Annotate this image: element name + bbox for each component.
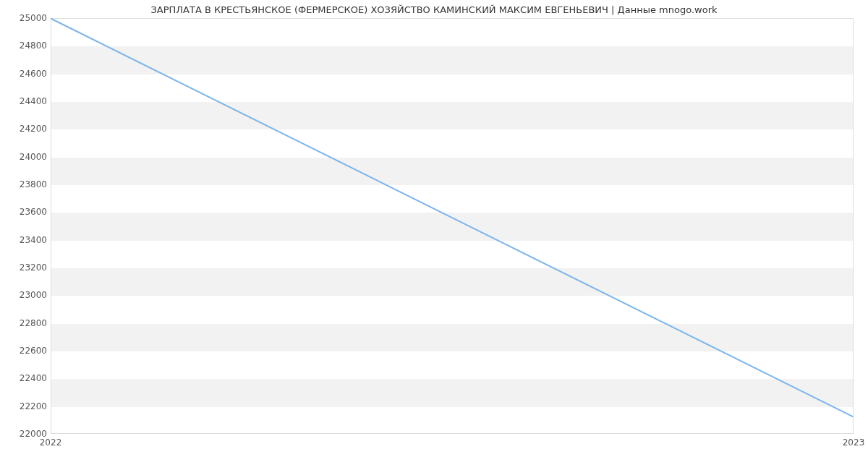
chart-container: ЗАРПЛАТА В КРЕСТЬЯНСКОЕ (ФЕРМЕРСКОЕ) ХОЗ… [0, 0, 868, 470]
x-tick-label: 2022 [40, 437, 62, 448]
y-tick-label: 23200 [4, 262, 47, 273]
y-tick-label: 22800 [4, 318, 47, 328]
y-tick-label: 24600 [4, 69, 47, 79]
y-tick-label: 23000 [4, 290, 47, 300]
y-tick-label: 23800 [4, 179, 47, 189]
chart-title: ЗАРПЛАТА В КРЕСТЬЯНСКОЕ (ФЕРМЕРСКОЕ) ХОЗ… [0, 4, 868, 15]
y-tick-label: 22200 [4, 401, 47, 411]
y-tick-label: 25000 [4, 13, 47, 23]
series-line [51, 19, 853, 416]
y-tick-label: 23400 [4, 235, 47, 245]
y-tick-label: 23600 [4, 207, 47, 217]
x-tick-label: 2023 [843, 437, 865, 448]
y-tick-label: 22400 [4, 373, 47, 383]
y-tick-label: 24800 [4, 40, 47, 51]
y-tick-label: 24400 [4, 96, 47, 106]
y-tick-label: 24000 [4, 152, 47, 162]
y-tick-label: 24200 [4, 124, 47, 134]
y-tick-label: 22600 [4, 346, 47, 356]
plot-area [51, 18, 854, 434]
line-layer [51, 19, 853, 433]
